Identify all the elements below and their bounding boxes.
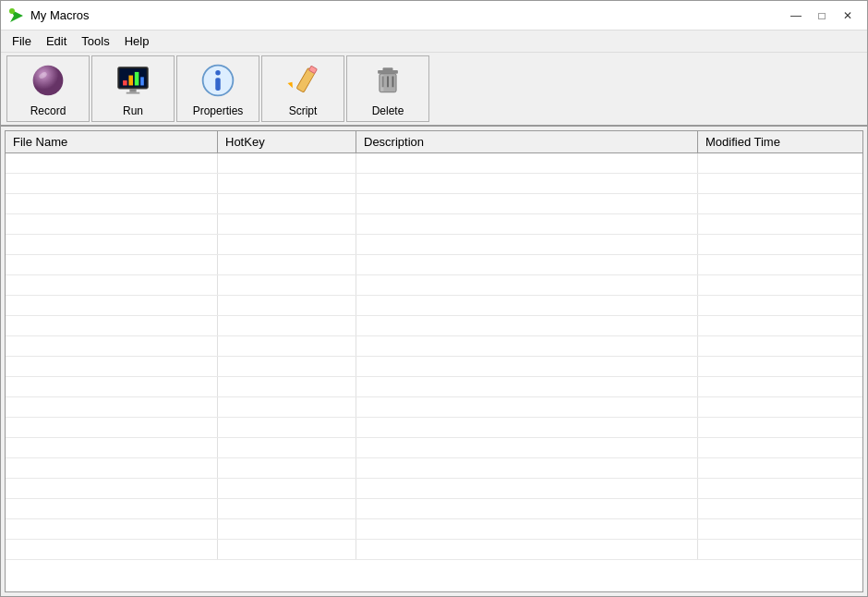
svg-rect-7 (128, 76, 133, 86)
delete-label: Delete (372, 104, 404, 117)
cell-filename (6, 377, 218, 396)
table-row[interactable] (6, 316, 862, 336)
cell-description (356, 479, 698, 498)
cell-filename (6, 153, 218, 173)
menu-tools[interactable]: Tools (74, 32, 116, 50)
cell-hotkey (218, 316, 356, 335)
table-row[interactable] (6, 458, 862, 479)
svg-rect-21 (380, 75, 384, 91)
cell-filename (6, 499, 218, 518)
menu-file[interactable]: File (5, 32, 39, 50)
cell-filename (6, 540, 218, 559)
column-hotkey: HotKey (218, 131, 356, 152)
cell-modified-time (698, 540, 862, 559)
svg-rect-9 (140, 77, 144, 85)
maximize-button[interactable]: □ (810, 6, 834, 25)
script-button[interactable]: Script (261, 55, 344, 122)
cell-description (356, 540, 698, 559)
cell-filename (6, 174, 218, 193)
svg-rect-8 (135, 72, 139, 86)
properties-button[interactable]: Properties (176, 55, 259, 122)
table-row[interactable] (6, 418, 862, 438)
cell-modified-time (698, 458, 862, 478)
cell-filename (6, 479, 218, 498)
cell-filename (6, 438, 218, 457)
svg-point-13 (215, 70, 220, 75)
cell-hotkey (218, 499, 356, 518)
cell-modified-time (698, 153, 862, 173)
run-button[interactable]: Run (91, 55, 175, 122)
script-icon (283, 60, 323, 101)
cell-hotkey (218, 275, 356, 295)
cell-modified-time (698, 479, 862, 498)
run-label: Run (123, 104, 143, 117)
cell-hotkey (218, 418, 356, 437)
cell-hotkey (218, 214, 356, 234)
table-row[interactable] (6, 275, 862, 296)
cell-hotkey (218, 194, 356, 213)
table-row[interactable] (6, 153, 862, 174)
menu-bar: File Edit Tools Help (1, 30, 867, 53)
table-row[interactable] (6, 357, 862, 377)
table-row[interactable] (6, 194, 862, 214)
cell-hotkey (218, 174, 356, 193)
cell-filename (6, 336, 218, 356)
delete-button[interactable]: Delete (346, 55, 429, 122)
record-button[interactable]: Record (6, 55, 90, 122)
table-row[interactable] (6, 235, 862, 255)
cell-description (356, 235, 698, 254)
title-bar-left: My Macros (8, 7, 90, 24)
record-icon (28, 60, 68, 101)
column-modified-time: Modified Time (698, 131, 862, 152)
cell-description (356, 153, 698, 173)
cell-hotkey (218, 255, 356, 274)
menu-help[interactable]: Help (117, 32, 157, 50)
table-row[interactable] (6, 255, 862, 275)
menu-edit[interactable]: Edit (39, 32, 74, 50)
cell-description (356, 499, 698, 518)
cell-modified-time (698, 296, 862, 315)
svg-point-1 (9, 8, 15, 14)
cell-filename (6, 418, 218, 437)
table-row[interactable] (6, 438, 862, 458)
script-label: Script (289, 104, 318, 117)
table-row[interactable] (6, 479, 862, 499)
cell-description (356, 438, 698, 457)
cell-description (356, 418, 698, 437)
table-row[interactable] (6, 540, 862, 560)
table-row[interactable] (6, 214, 862, 235)
cell-filename (6, 296, 218, 315)
cell-description (356, 275, 698, 295)
cell-modified-time (698, 316, 862, 335)
minimize-button[interactable]: — (784, 6, 808, 25)
table-row[interactable] (6, 336, 862, 357)
cell-modified-time (698, 255, 862, 274)
close-button[interactable]: ✕ (836, 6, 860, 25)
cell-modified-time (698, 214, 862, 234)
table-row[interactable] (6, 499, 862, 519)
column-description: Description (356, 131, 698, 152)
toolbar: Record Run (1, 53, 867, 127)
app-logo-icon (8, 7, 25, 24)
table-row[interactable] (6, 519, 862, 540)
table-row[interactable] (6, 174, 862, 194)
table-body[interactable] (6, 153, 862, 591)
cell-modified-time (698, 235, 862, 254)
cell-modified-time (698, 397, 862, 417)
svg-rect-11 (127, 92, 140, 94)
table-row[interactable] (6, 296, 862, 316)
table-row[interactable] (6, 397, 862, 418)
svg-marker-16 (287, 80, 295, 88)
cell-description (356, 397, 698, 417)
cell-hotkey (218, 397, 356, 417)
cell-hotkey (218, 519, 356, 539)
cell-filename (6, 194, 218, 213)
cell-modified-time (698, 357, 862, 376)
cell-hotkey (218, 540, 356, 559)
cell-modified-time (698, 174, 862, 193)
title-bar: My Macros — □ ✕ (1, 1, 867, 30)
table-row[interactable] (6, 377, 862, 397)
cell-hotkey (218, 357, 356, 376)
main-window: My Macros — □ ✕ File Edit Tools Help (0, 0, 868, 597)
cell-filename (6, 458, 218, 478)
